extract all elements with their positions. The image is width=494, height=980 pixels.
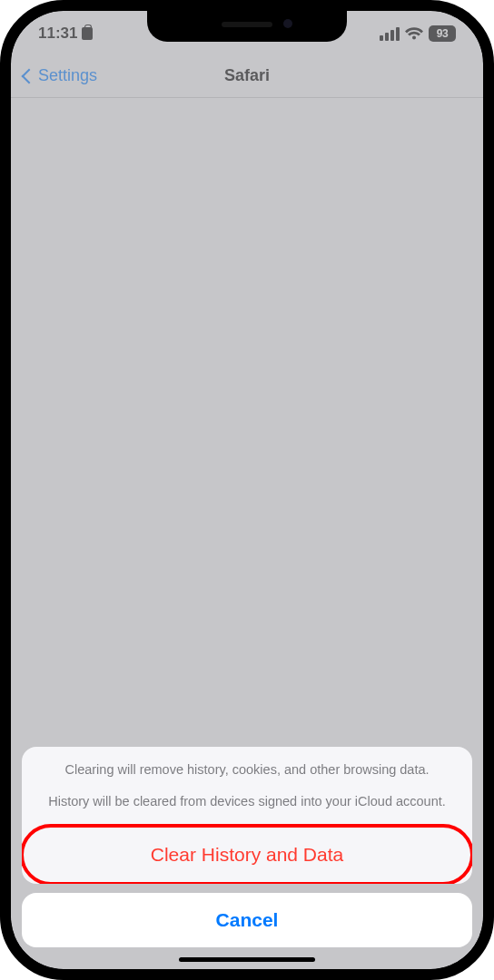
sheet-message-1: Clearing will remove history, cookies, a… — [22, 747, 472, 794]
sheet-message-2: History will be cleared from devices sig… — [22, 793, 472, 826]
action-sheet: Clearing will remove history, cookies, a… — [22, 747, 472, 947]
clear-history-and-data-button[interactable]: Clear History and Data — [24, 828, 470, 882]
home-indicator[interactable] — [179, 957, 315, 962]
highlighted-action: Clear History and Data — [22, 824, 472, 884]
cancel-button[interactable]: Cancel — [22, 893, 472, 947]
